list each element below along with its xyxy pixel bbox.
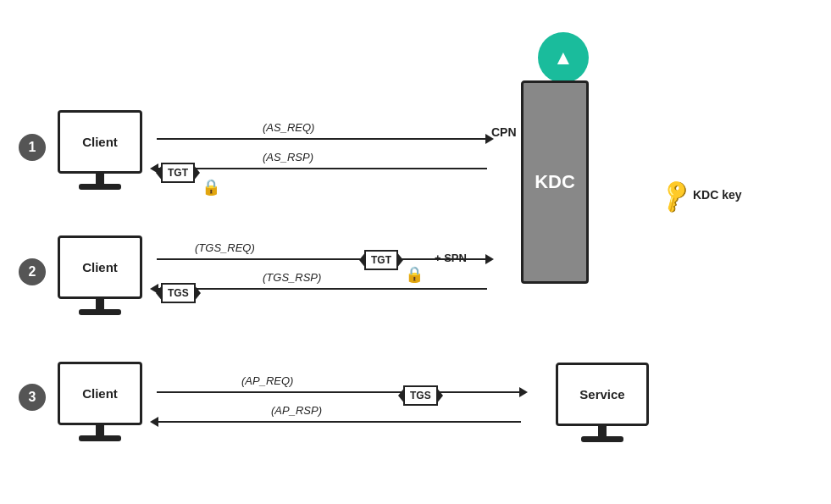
kdc-box: KDC [521, 80, 589, 284]
as-req-label: (AS_REQ) [263, 121, 314, 134]
kerberos-diagram: 1 2 3 Client Client Client ▲ KDC [0, 0, 831, 504]
client-3-screen: Client [58, 362, 142, 425]
monitor-neck-2 [96, 299, 104, 309]
ap-req-label: (AP_REQ) [241, 374, 293, 387]
client-1-screen: Client [58, 110, 142, 174]
step-3-circle: 3 [19, 384, 46, 411]
kdc-top-circle: ▲ [538, 32, 589, 83]
monitor-base-3 [79, 435, 121, 441]
ap-rsp-arrow [157, 421, 521, 423]
service-screen: Service [556, 363, 649, 426]
tgt-ticket-shape-1: TGT [161, 163, 195, 183]
lock-icon-2: 🔒 [405, 265, 424, 284]
service-monitor: Service [556, 363, 649, 442]
as-rsp-arrow [157, 168, 487, 169]
ap-req-arrow [157, 391, 521, 393]
cpn-label: CPN [491, 125, 517, 139]
tgs-ticket-shape-2: TGS [403, 385, 438, 406]
step-2-circle: 2 [19, 258, 46, 285]
tgs-ticket-shape-1: TGS [161, 283, 196, 303]
client-1-monitor: Client [58, 110, 142, 190]
monitor-neck-1 [96, 174, 104, 184]
as-rsp-label: (AS_RSP) [263, 151, 313, 163]
tgs-rsp-arrow [157, 288, 487, 290]
step-1-circle: 1 [19, 134, 46, 161]
service-monitor-base [581, 436, 623, 442]
client-2-monitor: Client [58, 235, 142, 315]
brand-logo-icon: ▲ [553, 46, 573, 69]
tgt-ticket-shape-2: TGT [364, 250, 398, 270]
tgs-ticket-2: TGS [403, 385, 438, 406]
tgs-req-label: (TGS_REQ) [195, 241, 255, 254]
monitor-base-1 [79, 184, 121, 190]
tgs-ticket-1: TGS [161, 283, 196, 303]
lock-icon-1: 🔒 [202, 178, 220, 197]
client-3-monitor: Client [58, 362, 142, 441]
client-2-screen: Client [58, 235, 142, 299]
tgs-rsp-label: (TGS_RSP) [263, 271, 321, 284]
spn-label: + SPN [435, 252, 467, 264]
service-monitor-neck [598, 426, 607, 436]
monitor-base-2 [79, 309, 121, 315]
kdc-label: KDC [535, 171, 575, 193]
ap-rsp-label: (AP_RSP) [271, 404, 322, 417]
monitor-neck-3 [96, 425, 104, 435]
tgt-ticket-1: TGT [161, 163, 195, 183]
tgt-ticket-2: TGT [364, 250, 398, 270]
kdc-key-icon: 🔑 [656, 176, 695, 215]
kdc-key-label: KDC key [693, 188, 742, 202]
as-req-arrow [157, 138, 487, 140]
